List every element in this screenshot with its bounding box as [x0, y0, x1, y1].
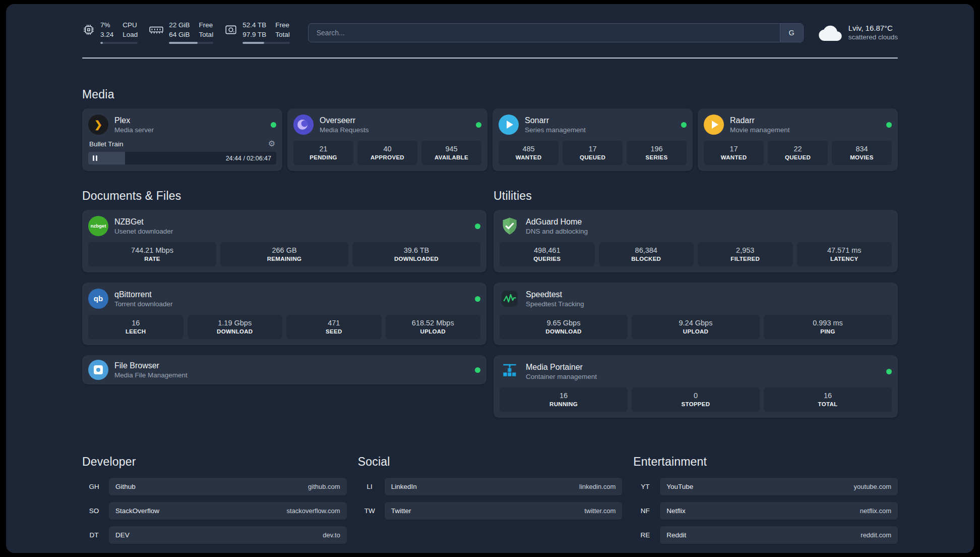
stat-value: 2,953 [700, 246, 791, 254]
service-name: Speedtest [526, 290, 584, 299]
stat-tile: 744.21 Mbps RATE [88, 242, 216, 266]
service-card-sonarr[interactable]: Sonarr Series management 485 WANTED 17 Q… [493, 108, 693, 171]
plex-icon: ❯ [88, 115, 108, 135]
stats-row: 9.65 Gbps DOWNLOAD 9.24 Gbps UPLOAD 0.99… [500, 315, 892, 339]
service-card-qbittorrent[interactable]: qb qBittorrent Torrent downloader 16 LEE… [82, 283, 486, 345]
service-card-plex[interactable]: ❯ Plex Media server Bullet Train ⚙ 24:44… [82, 108, 282, 171]
service-card-adguard[interactable]: AdGuard Home DNS and adblocking 498,461 … [494, 210, 898, 272]
bookmark-name: DEV [115, 531, 130, 539]
bookmark-reddit[interactable]: RE Reddit reddit.com [633, 526, 898, 544]
stat-value: 618.52 Mbps [388, 319, 479, 327]
service-card-overseerr[interactable]: Overseerr Media Requests 21 PENDING 40 A… [287, 108, 487, 171]
adguard-shield-icon [500, 216, 520, 236]
bookmark-github[interactable]: GH Github github.com [82, 478, 347, 495]
stat-value: 744.21 Mbps [90, 246, 214, 254]
bookmark-stackoverflow[interactable]: SO StackOverflow stackoverflow.com [82, 502, 347, 520]
bookmark-linkedin[interactable]: LI LinkedIn linkedin.com [358, 478, 623, 495]
service-meta: Overseerr Media Requests [320, 116, 369, 134]
service-name: qBittorrent [114, 290, 173, 299]
gear-icon[interactable]: ⚙ [268, 140, 275, 148]
service-name: NZBGet [114, 217, 173, 227]
stat-label: QUERIES [502, 256, 593, 262]
filebrowser-icon [88, 360, 108, 380]
stat-label: APPROVED [359, 154, 415, 160]
memory-progress-bar [169, 42, 213, 44]
stat-label: TOTAL [766, 401, 890, 407]
bookmark-abbr: YT [633, 478, 657, 495]
stat-tile: 196 SERIES [627, 141, 687, 165]
bookmark-netflix[interactable]: NF Netflix netflix.com [633, 502, 898, 520]
bookmark-name: StackOverflow [115, 507, 159, 515]
pause-icon[interactable] [93, 155, 97, 161]
bookmark-name: Github [115, 483, 136, 490]
service-description: Movie management [730, 126, 790, 134]
service-description: Container management [526, 373, 597, 380]
bookmark-url: github.com [308, 483, 340, 490]
playback-progress-bar[interactable]: 24:44 / 02:06:47 [88, 152, 276, 164]
card-header: qb qBittorrent Torrent downloader [88, 289, 480, 309]
stat-value: 9.65 Gbps [502, 319, 626, 327]
search-engine-button[interactable]: G [780, 24, 803, 42]
search-input[interactable] [309, 24, 780, 42]
service-name: File Browser [114, 361, 188, 370]
status-dot-online [271, 122, 276, 128]
service-name: AdGuard Home [526, 217, 588, 227]
stat-value: 86,384 [601, 246, 692, 254]
disk-readout: 52.4 TB Free 97.9 TB Total [242, 21, 290, 43]
weather-location: Lviv, 16.87°C [848, 24, 898, 32]
service-card-portainer[interactable]: Media Portainer Container management 16 … [494, 355, 898, 418]
stat-label: SERIES [629, 154, 685, 160]
stat-label: MOVIES [834, 154, 890, 160]
section-title-documents: Documents & Files [82, 189, 486, 203]
card-header: Radarr Movie management [704, 115, 892, 135]
memory-readout: 22 GiB Free 64 GiB Total [169, 21, 213, 43]
section-title-entertainment: Entertainment [633, 455, 898, 469]
stat-label: QUEUED [565, 154, 621, 160]
bookmark-url: stackoverflow.com [286, 507, 340, 515]
card-header: ❯ Plex Media server [88, 115, 276, 135]
service-description: Series management [525, 126, 586, 134]
stat-label: QUEUED [770, 154, 826, 160]
bookmark-pill: Reddit reddit.com [660, 526, 898, 544]
service-card-radarr[interactable]: Radarr Movie management 17 WANTED 22 QUE… [698, 108, 898, 171]
card-header: File Browser Media File Management [88, 360, 480, 380]
service-card-speedtest[interactable]: Speedtest Speedtest Tracking 9.65 Gbps D… [494, 283, 898, 345]
cloud-icon [819, 24, 842, 41]
disk-label-bottom: Total [275, 30, 290, 39]
topbar-divider [82, 58, 898, 59]
stat-tile: 1.19 Gbps DOWNLOAD [188, 315, 283, 339]
resource-widgets: 7% CPU 3.24 Load [82, 21, 290, 43]
stat-label: BLOCKED [601, 256, 692, 262]
stats-row: 498,461 QUERIES 86,384 BLOCKED 2,953 FIL… [500, 242, 892, 266]
service-meta: Plex Media server [114, 116, 154, 134]
service-name: Media Portainer [526, 363, 597, 372]
stat-label: UPLOAD [634, 328, 758, 335]
bookmark-abbr: NF [633, 502, 657, 520]
stat-value: 485 [501, 145, 557, 153]
stat-label: PING [766, 328, 890, 335]
service-meta: NZBGet Usenet downloader [114, 217, 173, 235]
stat-tile: 0.993 ms PING [764, 315, 892, 339]
playback-time: 24:44 / 02:06:47 [226, 155, 271, 162]
stat-value: 21 [295, 145, 351, 153]
section-title-utilities: Utilities [494, 189, 898, 203]
service-card-nzbget[interactable]: nzbget NZBGet Usenet downloader 744.21 M… [82, 210, 486, 272]
stat-value: 0.993 ms [766, 319, 890, 327]
bookmarks-social: Social LI LinkedIn linkedin.com TW Twitt… [358, 455, 623, 550]
bookmark-twitter[interactable]: TW Twitter twitter.com [358, 502, 623, 520]
stat-tile: 16 LEECH [88, 315, 183, 339]
speedtest-icon [500, 289, 520, 309]
bookmarks-entertainment: Entertainment YT YouTube youtube.com NF … [633, 455, 898, 550]
bookmark-youtube[interactable]: YT YouTube youtube.com [633, 478, 898, 495]
status-dot-online [681, 122, 687, 128]
bookmark-pill: LinkedIn linkedin.com [385, 478, 623, 495]
stat-value: 196 [629, 145, 685, 153]
stat-tile: 471 SEED [286, 315, 382, 339]
memory-label-top: Free [199, 21, 214, 30]
stat-label: RUNNING [502, 401, 626, 407]
service-card-filebrowser[interactable]: File Browser Media File Management [82, 355, 486, 384]
cpu-widget: 7% CPU 3.24 Load [82, 21, 138, 43]
status-dot-online [475, 296, 480, 302]
bookmark-dev[interactable]: DT DEV dev.to [82, 526, 347, 544]
stat-tile: 618.52 Mbps UPLOAD [386, 315, 481, 339]
